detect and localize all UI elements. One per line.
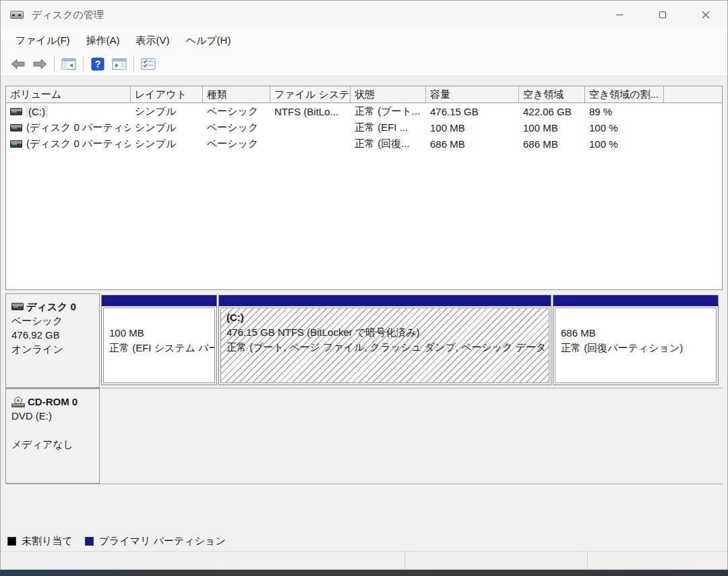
partition-size: 476.15 GB NTFS (BitLocker で暗号化済み) (226, 325, 543, 340)
menu-view[interactable]: 表示(V) (128, 32, 178, 50)
help-icon[interactable]: ? (87, 55, 109, 74)
show-action-pane-icon[interactable] (109, 55, 130, 74)
table-row[interactable]: (ディスク 0 パーティシ... シンプル ベーシック 正常 (回復... 68… (6, 136, 722, 152)
show-console-tree-icon[interactable] (58, 55, 80, 74)
minimize-button[interactable] (598, 1, 641, 29)
cdrom-info-panel[interactable]: CD-ROM 0 DVD (E:) メディアなし (5, 388, 100, 484)
partition-status: 正常 (回復パーティション) (561, 341, 710, 355)
graph-empty-space (5, 484, 723, 531)
column-header-filler (664, 86, 722, 103)
partition-c[interactable]: (C:) 476.15 GB NTFS (BitLocker で暗号化済み) 正… (218, 295, 551, 385)
table-row[interactable]: (ディスク 0 パーティシ... シンプル ベーシック 正常 (EFI ... … (6, 119, 722, 136)
legend-primary-label: プライマリ パーティション (99, 535, 226, 548)
capacity-cell: 476.15 GB (426, 106, 519, 117)
volume-cell: (ディスク 0 パーティシ... (6, 138, 131, 150)
partition-color-bar (102, 295, 216, 306)
volume-label: (C:) (26, 106, 47, 117)
volume-cell: (C:) (6, 106, 131, 117)
disk0-name: ディスク 0 (26, 299, 76, 314)
menu-bar: ファイル(F) 操作(A) 表示(V) ヘルプ(H) (1, 29, 727, 52)
disk0-row: ディスク 0 ベーシック 476.92 GB オンライン 100 MB 正常 (… (5, 293, 723, 388)
status-cell: 正常 (回復... (351, 138, 426, 150)
cdrom-drive-letter: DVD (E:) (11, 409, 94, 423)
type-cell: ベーシック (203, 138, 270, 150)
partition-status: 正常 (EFI システム パー (109, 341, 209, 355)
disk0-status: オンライン (11, 342, 94, 356)
menu-action[interactable]: 操作(A) (78, 32, 128, 50)
column-header-volume[interactable]: ボリューム (6, 86, 131, 103)
disk0-partitions: 100 MB 正常 (EFI システム パー (C:) 476.15 GB NT… (100, 293, 723, 388)
volume-icon (10, 108, 22, 115)
free-pct-cell: 89 % (585, 106, 664, 117)
volume-cell: (ディスク 0 パーティシ... (6, 121, 131, 134)
filesystem-cell: NTFS (BitLo... (270, 106, 351, 117)
column-header-free-pct[interactable]: 空き領域の割... (585, 86, 664, 103)
cdrom-empty-area (100, 388, 723, 484)
window-title: ディスクの管理 (32, 9, 104, 22)
capacity-cell: 686 MB (426, 138, 519, 150)
disk0-type: ベーシック (11, 314, 94, 328)
toolbar: ? (1, 52, 727, 76)
desktop-background (0, 570, 728, 576)
partition-color-bar (553, 295, 718, 306)
table-row[interactable]: (C:) シンプル ベーシック NTFS (BitLo... 正常 (ブート..… (6, 103, 722, 119)
free-space-cell: 422.06 GB (519, 106, 585, 117)
cdrom-name: CD-ROM 0 (28, 395, 78, 409)
forward-icon[interactable] (29, 55, 51, 74)
maximize-button[interactable] (641, 1, 684, 29)
column-header-capacity[interactable]: 容量 (426, 86, 519, 103)
column-header-layout[interactable]: レイアウト (131, 86, 203, 103)
menu-help[interactable]: ヘルプ(H) (178, 32, 239, 50)
layout-cell: シンプル (131, 121, 203, 134)
legend: 未割り当て プライマリ パーティション (5, 531, 723, 551)
status-cell: 正常 (EFI ... (351, 121, 426, 134)
partition-size: 100 MB (109, 326, 209, 341)
content-area: ボリューム レイアウト 種類 ファイル システム 状態 容量 空き領域 空き領域… (1, 76, 727, 551)
volume-icon (10, 140, 22, 148)
disk0-size: 476.92 GB (11, 328, 94, 342)
layout-cell: シンプル (131, 138, 203, 150)
cdrom-row: CD-ROM 0 DVD (E:) メディアなし (5, 388, 723, 484)
menu-file[interactable]: ファイル(F) (7, 32, 78, 50)
volume-label: (ディスク 0 パーティシ... (26, 121, 131, 134)
volume-list-header: ボリューム レイアウト 種類 ファイル システム 状態 容量 空き領域 空き領域… (6, 86, 722, 103)
svg-text:?: ? (95, 59, 101, 69)
partition-color-bar (219, 295, 551, 306)
legend-primary-swatch (85, 537, 94, 546)
partition-size: 686 MB (561, 326, 710, 341)
layout-cell: シンプル (131, 105, 203, 118)
back-icon[interactable] (7, 55, 29, 74)
type-cell: ベーシック (203, 121, 270, 134)
partition-efi[interactable]: 100 MB 正常 (EFI システム パー (101, 295, 217, 385)
column-header-free-space[interactable]: 空き領域 (519, 86, 585, 103)
properties-icon[interactable] (138, 55, 159, 74)
status-section (405, 552, 588, 569)
partition-status: 正常 (ブート, ページ ファイル, クラッシュ ダンプ, ベーシック データ … (226, 340, 543, 355)
partition-label: (C:) (226, 310, 543, 325)
volume-icon (10, 124, 22, 132)
capacity-cell: 100 MB (426, 122, 519, 134)
disk-management-icon (10, 9, 25, 21)
disk-management-window: ディスクの管理 ファイル(F) 操作(A) 表示(V) ヘルプ(H) (0, 0, 728, 570)
free-space-cell: 686 MB (519, 138, 585, 150)
legend-unallocated-swatch (7, 537, 16, 546)
column-header-type[interactable]: 種類 (203, 86, 270, 103)
partition-recovery[interactable]: 686 MB 正常 (回復パーティション) (553, 295, 719, 385)
cdrom-icon (11, 397, 25, 407)
column-header-status[interactable]: 状態 (351, 86, 426, 103)
status-section (1, 552, 405, 569)
disk-icon (11, 303, 24, 310)
legend-unallocated-label: 未割り当て (22, 535, 73, 548)
type-cell: ベーシック (203, 105, 270, 118)
free-pct-cell: 100 % (585, 122, 664, 134)
volume-label: (ディスク 0 パーティシ... (26, 138, 131, 150)
disk0-info-panel[interactable]: ディスク 0 ベーシック 476.92 GB オンライン (5, 293, 100, 388)
graphical-view: ディスク 0 ベーシック 476.92 GB オンライン 100 MB 正常 (… (5, 293, 723, 551)
status-bar (1, 551, 727, 569)
status-cell: 正常 (ブート... (351, 105, 426, 118)
volume-list: ボリューム レイアウト 種類 ファイル システム 状態 容量 空き領域 空き領域… (5, 86, 723, 290)
column-header-filesystem[interactable]: ファイル システム (270, 86, 351, 103)
cdrom-media-status: メディアなし (11, 437, 94, 451)
free-space-cell: 100 MB (519, 122, 585, 134)
close-button[interactable] (684, 1, 727, 29)
